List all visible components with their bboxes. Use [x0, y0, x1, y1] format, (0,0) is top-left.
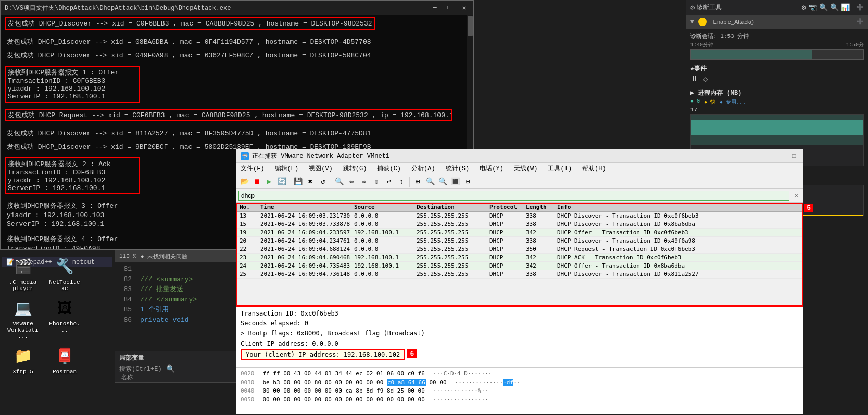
ws-tb-restart[interactable]: 🔄 — [276, 176, 287, 187]
debug-func-bar: ▼ ➕ — [686, 15, 868, 29]
func-input[interactable] — [711, 17, 852, 27]
hex-row-0020: 0020 ff ff 00 43 00 44 01 34 44 ec 02 01… — [241, 370, 799, 379]
media-player-icon[interactable]: 🎬 .C media player — [4, 254, 42, 294]
ws-tb-close[interactable]: ✖ — [305, 176, 316, 187]
packet-row-15[interactable]: 15 2021-06-24 16:09:03.733878 0.0.0.0 25… — [236, 220, 803, 229]
zoom-in-icon[interactable]: 🔍 — [819, 3, 828, 12]
ws-tb-search[interactable]: 🔍 — [333, 176, 345, 187]
minimize-button[interactable]: ─ — [430, 3, 440, 13]
ws-tb-goto[interactable]: ⇦ — [346, 176, 357, 187]
session-label: 诊断会话: 1:53 分钟 — [690, 32, 749, 40]
tb-sep-1 — [290, 177, 290, 187]
ws-title-text: 正在捕获 VMware Network Adapter VMnet1 — [252, 152, 389, 160]
desktop-row-1: 🎬 .C media player 🔧 NetTool.exe — [4, 254, 83, 294]
packet-row-25[interactable]: 25 2021-06-24 16:09:04.736148 0.0.0.0 25… — [236, 270, 803, 279]
packet-row-24[interactable]: 24 2021-06-24 16:09:04.735483 192.168.10… — [236, 262, 803, 270]
ws-tb-play[interactable]: ▶ — [263, 176, 275, 187]
cmd-titlebar: D:\VS项目文件夹\DhcpAttack\DhcpAttack\bin\Deb… — [1, 1, 473, 15]
packet-row-23[interactable]: 23 2021-06-24 16:09:04.690468 192.168.10… — [236, 254, 803, 262]
ws-tb-filter1[interactable]: ⊞ — [412, 176, 423, 187]
cmd-line-3: 发包成功 DHCP_Request --> xid = C0F6BEB3 , m… — [5, 109, 452, 121]
ws-tb-save[interactable]: 💾 — [292, 176, 304, 187]
cmd-block-4: 接收到DHCP服务器报文 2 : Ack TransactionID : C0F… — [5, 157, 140, 194]
packet-row-20[interactable]: 20 2021-06-24 16:09:04.234761 0.0.0.0 25… — [236, 237, 803, 245]
diag-title: 诊断工具 — [697, 3, 799, 12]
ws-minimize[interactable]: ─ — [777, 152, 786, 161]
ws-detail: Transaction ID: 0xc0f6beb3 Seconds elaps… — [236, 307, 803, 367]
vmware-icon[interactable]: 💻 VMware Workstati... — [4, 296, 42, 342]
packet-row-19[interactable]: 19 2021-06-24 16:09:04.233597 192.168.10… — [236, 229, 803, 237]
diag-titlebar: ⚙ 诊断工具 ⚙ 📷 🔍 🔍 📊 ➕ — [686, 0, 868, 15]
events-controls: ⏸ ◇ — [690, 74, 864, 84]
ws-menu-capture[interactable]: 捕获(C) — [375, 163, 403, 174]
hex-row-0040: 0040 00 00 00 00 00 00 00 00 ca 8b 8d f9… — [241, 387, 799, 396]
detail-bootp: > Bootp flags: 0x8000, Broadcast flag (B… — [241, 329, 799, 338]
ws-tb-zoom-in[interactable]: 🔍 — [424, 176, 436, 187]
ws-menu-tools[interactable]: 工具(I) — [546, 163, 574, 174]
mem-g: ● G — [690, 98, 700, 106]
postman-icon[interactable]: 📮 Postman — [46, 344, 83, 377]
detail-your-ip: Your (client) IP address: 192.168.100.10… — [241, 349, 405, 360]
ws-title: 🦈 正在捕获 VMware Network Adapter VMnet1 — [241, 152, 389, 160]
ws-menu-help[interactable]: 帮助(H) — [580, 163, 608, 174]
timeline-chart — [690, 49, 864, 60]
hex-row-0030: 0030 be b3 00 00 00 80 00 00 00 00 00 00… — [241, 379, 799, 387]
add-icon[interactable]: ➕ — [856, 4, 864, 11]
ws-tb-sort[interactable]: ↕ — [396, 176, 407, 187]
wireshark-icon: 🦈 — [241, 152, 249, 160]
ws-tb-open[interactable]: 📂 — [238, 176, 250, 187]
scrollbar-thumb — [468, 16, 473, 36]
ws-menubar: 文件(F) 编辑(E) 视图(V) 跳转(G) 捕获(C) 分析(A) 统计(S… — [236, 163, 803, 174]
ws-col-header: No. Time Source Destination Protocol Len… — [236, 203, 803, 212]
func-icon — [698, 18, 707, 26]
ws-menu-file[interactable]: 文件(F) — [238, 163, 267, 174]
photoshop-icon[interactable]: 🖼 Photosho... — [46, 296, 83, 342]
maximize-button[interactable]: □ — [444, 3, 455, 13]
cmd-controls: ─ □ ✕ — [430, 3, 469, 13]
nettool-icon[interactable]: 🔧 NetTool.exe — [46, 254, 83, 294]
export-icon[interactable]: 📊 — [841, 3, 850, 12]
close-button[interactable]: ✕ — [459, 3, 469, 13]
diamond-icon: ◇ — [703, 74, 708, 84]
ws-menu-edit[interactable]: 编辑(E) — [273, 163, 301, 174]
zoom-out-icon[interactable]: 🔍 — [830, 3, 839, 12]
packet-row-22[interactable]: 22 2021-06-24 16:09:04.688124 0.0.0.0 25… — [236, 245, 803, 254]
ws-tb-reload[interactable]: ↺ — [317, 176, 329, 187]
detail-your-ip-container: Your (client) IP address: 192.168.100.10… — [241, 349, 405, 360]
ws-menu-wireless[interactable]: 无线(W) — [512, 163, 540, 174]
ws-menu-phone[interactable]: 电话(Y) — [477, 163, 506, 174]
ws-menu-goto[interactable]: 跳转(G) — [341, 163, 369, 174]
ws-menu-analyze[interactable]: 分析(A) — [409, 163, 437, 174]
cmd-title: D:\VS项目文件夹\DhcpAttack\DhcpAttack\bin\Deb… — [5, 4, 231, 12]
desktop-icons: 🎬 .C media player 🔧 NetTool.exe 💻 VMware… — [0, 250, 87, 381]
ws-tb-stop[interactable]: ⏹ — [251, 176, 262, 187]
packet-row-13[interactable]: 13 2021-06-24 16:09:03.231730 0.0.0.0 25… — [236, 212, 803, 220]
ws-maximize[interactable]: □ — [789, 152, 799, 161]
ws-tb-hex[interactable]: ⊟ — [462, 176, 473, 187]
ws-tb-back[interactable]: ⇨ — [358, 176, 370, 187]
ws-tb-zoom-out[interactable]: 🔍 — [437, 176, 448, 187]
pause-icon[interactable]: ⏸ — [690, 74, 699, 84]
add-func-icon[interactable]: ➕ — [857, 18, 864, 25]
ws-menu-view[interactable]: 视图(V) — [307, 163, 335, 174]
xftp-icon[interactable]: 📁 Xftp 5 — [4, 344, 42, 377]
detail-client-ip: Client IP address: 0.0.0.0 — [241, 339, 799, 349]
camera-icon[interactable]: 📷 — [808, 3, 817, 12]
memory-value-label: 17 — [690, 107, 864, 113]
desktop-row-2: 💻 VMware Workstati... 🖼 Photosho... — [4, 296, 83, 342]
ws-filter-bar: ✕ — [236, 189, 803, 203]
ws-tb-fwd[interactable]: ⇧ — [371, 176, 382, 187]
search-icon[interactable]: 🔍 — [166, 364, 175, 373]
cmd-line-3: 发包成功 DHCP_Discover --> xid = 049F0A98 , … — [5, 50, 469, 60]
ws-titlebar: 🦈 正在捕获 VMware Network Adapter VMnet1 ─ □ — [236, 149, 803, 163]
ws-filter-input[interactable] — [238, 191, 789, 201]
ws-tb-mark[interactable]: ↩ — [383, 176, 395, 187]
zoom-label: 110 % — [119, 253, 136, 259]
ws-packet-list: No. Time Source Destination Protocol Len… — [236, 203, 803, 307]
search-label: 搜索(Ctrl+E) — [119, 364, 162, 373]
ws-tb-zoom-reset[interactable]: 🔳 — [449, 176, 461, 187]
ws-controls: ─ □ — [777, 152, 799, 161]
ws-menu-stats[interactable]: 统计(S) — [444, 163, 472, 174]
settings-icon[interactable]: ⚙ — [802, 3, 806, 12]
ws-filter-clear[interactable]: ✕ — [791, 191, 801, 200]
